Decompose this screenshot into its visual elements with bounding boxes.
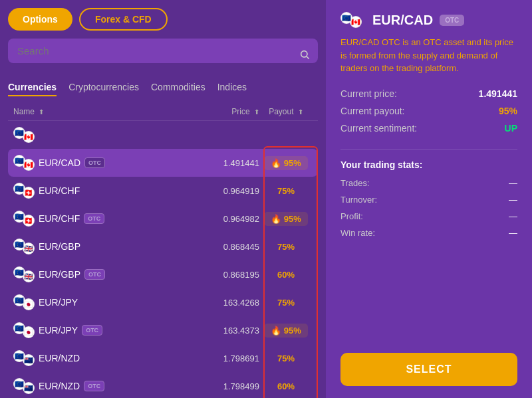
asset-flag-pair: 🇪🇺🇨🇭	[13, 183, 35, 199]
select-button[interactable]: SELECT	[340, 353, 517, 386]
divider	[340, 149, 517, 150]
stat-turnover-label: Turnover:	[340, 195, 377, 205]
asset-list-wrapper: 🇪🇺🇨🇦🇪🇺🇨🇦EUR/CADOTC1.491441🔥 95%🇪🇺🇨🇭EUR/C…	[8, 121, 318, 398]
otc-badge: OTC	[84, 269, 105, 280]
current-sentiment-label: Current sentiment:	[340, 123, 417, 134]
current-payout-label: Current payout:	[340, 106, 405, 116]
asset-payout: 🔥 95%	[259, 324, 313, 338]
asset-list: 🇪🇺🇨🇦🇪🇺🇨🇦EUR/CADOTC1.491441🔥 95%🇪🇺🇨🇭EUR/C…	[8, 121, 318, 398]
list-item[interactable]: 🇪🇺🇳🇿EUR/NZDOTC1.79849960%	[8, 372, 318, 398]
asset-payout: 🔥 95%	[259, 212, 313, 226]
col-price[interactable]: Price ⬆	[200, 107, 259, 116]
options-button[interactable]: Options	[8, 8, 72, 31]
asset-name-wrap: EUR/NZD	[39, 353, 200, 363]
list-item[interactable]: 🇪🇺🇯🇵EUR/JPYOTC163.4373🔥 95%	[8, 316, 318, 344]
list-item[interactable]: 🇪🇺🇯🇵EUR/JPY163.426875%	[8, 288, 318, 316]
otc-badge: OTC	[84, 381, 104, 391]
tab-indices[interactable]: Indices	[217, 82, 247, 96]
asset-flag-pair: 🇪🇺🇯🇵	[13, 294, 35, 310]
current-sentiment-row: Current sentiment: UP	[340, 123, 517, 134]
asset-flag-pair: 🇪🇺🇳🇿	[13, 350, 35, 366]
asset-price: 1.491441	[200, 158, 259, 168]
current-price-row: Current price: 1.491441	[340, 88, 517, 99]
tab-commodities[interactable]: Commodities	[151, 82, 205, 96]
otc-badge: OTC	[84, 213, 104, 224]
asset-price: 0.868195	[200, 270, 259, 280]
asset-payout: 75%	[259, 186, 313, 196]
asset-name: EUR/CAD	[372, 13, 433, 28]
asset-price: 0.964982	[200, 214, 259, 224]
asset-name-wrap: EUR/GBPOTC	[39, 269, 200, 280]
list-item[interactable]: 🇪🇺🇨🇭EUR/CHF0.96491975%	[8, 177, 318, 205]
search-icon	[299, 49, 310, 62]
flag-eu: 🇪🇺	[340, 12, 352, 24]
list-item[interactable]: 🇪🇺🇬🇧EUR/GBPOTC0.86819560%	[8, 260, 318, 288]
asset-name-wrap: EUR/JPYOTC	[39, 325, 200, 336]
asset-price: 163.4373	[200, 326, 259, 336]
svg-point-0	[301, 50, 307, 56]
trading-stats-title: Your trading stats:	[340, 159, 517, 170]
asset-payout: 60%	[259, 270, 313, 280]
asset-payout: 🔥 95%	[259, 156, 313, 170]
list-item[interactable]: 🇪🇺🇳🇿EUR/NZD1.79869175%	[8, 344, 318, 372]
stat-trades-row: Trades: —	[340, 178, 517, 188]
asset-name-wrap: EUR/JPY	[39, 297, 200, 308]
asset-price: 0.868445	[200, 242, 259, 252]
asset-flag-pair: 🇪🇺🇨🇦	[13, 155, 35, 171]
stat-profit-label: Profit:	[340, 211, 363, 221]
stat-winrate-value: —	[509, 228, 517, 238]
search-input[interactable]	[8, 39, 318, 63]
otc-badge: OTC	[84, 157, 105, 168]
asset-price: 163.4268	[200, 298, 259, 308]
current-sentiment-value: UP	[505, 123, 517, 134]
asset-otc-badge: OTC	[440, 15, 464, 26]
right-panel: 🇪🇺 🇨🇦 EUR/CAD OTC EUR/CAD OTC is an OTC …	[326, 0, 532, 398]
stat-winrate-label: Win rate:	[340, 228, 375, 238]
current-price-value: 1.491441	[479, 88, 517, 99]
asset-flag-pair: 🇪🇺🇯🇵	[13, 322, 35, 338]
tab-currencies[interactable]: Currencies	[8, 82, 57, 96]
stat-turnover-value: —	[509, 195, 517, 205]
asset-payout: 75%	[259, 353, 313, 363]
stat-winrate-row: Win rate: —	[340, 228, 517, 238]
left-panel: Options Forex & CFD Currencies Cryptocur…	[0, 0, 326, 398]
list-item[interactable]: 🇪🇺🇬🇧EUR/GBP0.86844575%	[8, 233, 318, 260]
svg-line-1	[307, 56, 309, 59]
asset-name-wrap: EUR/GBP	[39, 241, 200, 252]
stat-turnover-row: Turnover: —	[340, 195, 517, 205]
asset-payout: 60%	[259, 381, 313, 391]
list-item[interactable]: 🇪🇺🇨🇭EUR/CHFOTC0.964982🔥 95%	[8, 205, 318, 233]
asset-payout: 75%	[259, 242, 313, 252]
current-price-label: Current price:	[340, 88, 397, 99]
tab-cryptocurrencies[interactable]: Cryptocurrencies	[68, 82, 139, 96]
stat-trades-value: —	[509, 178, 517, 188]
asset-flag-pair: 🇪🇺🇨🇭	[13, 211, 35, 227]
asset-price: 0.964919	[200, 186, 259, 196]
col-payout[interactable]: Payout ⬆	[259, 107, 313, 116]
col-name[interactable]: Name ⬆	[13, 107, 200, 116]
stat-profit-row: Profit: —	[340, 211, 517, 221]
asset-flag-pair: 🇪🇺🇨🇦	[13, 127, 35, 143]
asset-price: 1.798499	[200, 381, 259, 391]
asset-description: EUR/CAD OTC is an OTC asset and its pric…	[340, 36, 517, 75]
asset-payout: 75%	[259, 298, 313, 308]
forex-cfd-button[interactable]: Forex & CFD	[79, 8, 168, 31]
stat-profit-value: —	[509, 211, 517, 221]
list-item[interactable]: 🇪🇺🇨🇦EUR/CADOTC1.491441🔥 95%	[8, 149, 318, 177]
current-payout-value: 95%	[499, 106, 517, 116]
search-wrapper	[8, 39, 318, 72]
asset-price: 1.798691	[200, 353, 259, 363]
top-buttons: Options Forex & CFD	[8, 8, 318, 31]
asset-icon-large: 🇪🇺 🇨🇦	[340, 12, 362, 28]
asset-flag-pair: 🇪🇺🇬🇧	[13, 266, 35, 282]
asset-name-wrap: EUR/NZDOTC	[39, 381, 200, 391]
asset-name-wrap: EUR/CHF	[39, 185, 200, 196]
asset-title-row: 🇪🇺 🇨🇦 EUR/CAD OTC	[340, 12, 517, 28]
asset-name-wrap: EUR/CADOTC	[39, 157, 200, 168]
current-payout-row: Current payout: 95%	[340, 106, 517, 116]
list-item[interactable]: 🇪🇺🇨🇦	[8, 121, 318, 149]
category-tabs: Currencies Cryptocurrencies Commodities …	[8, 82, 318, 96]
stat-trades-label: Trades:	[340, 178, 370, 188]
asset-name-wrap: EUR/CHFOTC	[39, 213, 200, 224]
otc-badge: OTC	[82, 325, 102, 336]
